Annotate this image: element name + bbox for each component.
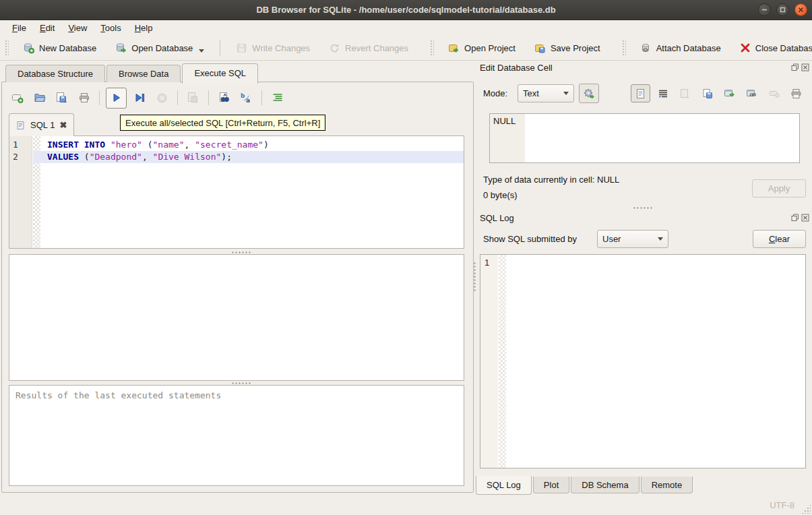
- database-close-icon: [740, 42, 751, 53]
- auto-apply-button[interactable]: [579, 84, 599, 103]
- main-toolbar: New Database Open Database: [0, 36, 812, 61]
- print-icon: [790, 88, 802, 99]
- write-changes-button: Write Changes: [230, 39, 316, 57]
- window-title: DB Browser for SQLite - /home/user/code/…: [256, 5, 555, 15]
- toolbar-button-label: Revert Changes: [345, 43, 408, 53]
- find-button[interactable]: [215, 89, 233, 107]
- new-sql-tab-button[interactable]: [8, 89, 26, 107]
- text-mode-button[interactable]: [631, 84, 650, 102]
- sql-tab-sql1[interactable]: SQL 1 ✖: [9, 113, 74, 136]
- log-filter-dropdown[interactable]: User: [597, 230, 668, 248]
- apply-button-label: Apply: [768, 183, 790, 193]
- results-grid-pane[interactable]: [9, 254, 464, 381]
- word-wrap-button[interactable]: [653, 84, 673, 102]
- cell-editor-box[interactable]: NULL: [489, 113, 800, 163]
- open-in-external-button[interactable]: [720, 84, 739, 102]
- menu-tools[interactable]: Tools: [94, 22, 127, 34]
- toolbar-button-label: Close Database: [755, 43, 812, 53]
- tooltip-text: Execute all/selected SQL [Ctrl+Return, F…: [125, 118, 320, 128]
- dock-tab-remote[interactable]: Remote: [641, 477, 693, 493]
- close-database-button[interactable]: Close Database: [734, 39, 812, 57]
- float-panel-icon[interactable]: [791, 63, 799, 71]
- minimize-icon: [761, 7, 768, 13]
- svg-text:a: a: [246, 97, 250, 104]
- tab-label: Remote: [652, 480, 683, 490]
- open-sql-file-button[interactable]: [30, 89, 49, 107]
- export-data-button[interactable]: [697, 84, 717, 102]
- float-panel-icon[interactable]: [791, 214, 799, 222]
- tab-label: Database Structure: [18, 69, 93, 79]
- print-cell-button[interactable]: [786, 84, 806, 102]
- print-sql-button[interactable]: [75, 89, 93, 107]
- database-new-icon: [23, 42, 34, 54]
- open-database-button[interactable]: Open Database: [109, 39, 210, 57]
- menubar: File Edit View Tools Help: [0, 20, 812, 36]
- log-line-gutter: 1: [480, 255, 498, 468]
- save-as-icon: [702, 88, 713, 99]
- save-project-button[interactable]: Save Project: [528, 39, 606, 57]
- mode-label: Mode:: [483, 88, 507, 98]
- null-field-icon: [769, 90, 780, 98]
- results-message-pane[interactable]: Results of the last executed statements: [9, 385, 464, 486]
- dock-tab-db-schema[interactable]: DB Schema: [571, 477, 639, 493]
- menu-help[interactable]: Help: [128, 22, 160, 34]
- tab-execute-sql[interactable]: Execute SQL: [182, 63, 258, 84]
- toolbar-drag-handle[interactable]: [430, 40, 434, 56]
- toolbar-separator: [177, 90, 178, 105]
- indent-lines-icon: [658, 89, 668, 98]
- attach-database-button[interactable]: Attach Database: [634, 39, 727, 57]
- link-data-button[interactable]: [742, 84, 761, 102]
- toolbar-button-label: New Database: [39, 43, 96, 53]
- toolbar-drag-handle[interactable]: [5, 40, 9, 56]
- log-filter-value: User: [602, 234, 621, 244]
- splitter-handle[interactable]: [633, 206, 653, 210]
- maximize-icon: [780, 7, 786, 13]
- sql-keyword: VALUES: [47, 152, 79, 162]
- sql-log-view[interactable]: 1: [480, 254, 806, 468]
- dock-tab-plot[interactable]: Plot: [533, 477, 569, 493]
- tab-browse-data[interactable]: Browse Data: [106, 65, 181, 82]
- new-database-button[interactable]: New Database: [17, 39, 102, 57]
- tab-database-structure[interactable]: Database Structure: [5, 65, 105, 82]
- clear-log-button[interactable]: Clear: [753, 230, 806, 248]
- sql-text: ,: [185, 140, 195, 150]
- database-attach-icon: [640, 42, 652, 54]
- format-sql-button[interactable]: [268, 89, 286, 107]
- tab-close-icon[interactable]: ✖: [59, 120, 67, 130]
- menu-view[interactable]: View: [61, 22, 94, 34]
- dock-tab-sql-log[interactable]: SQL Log: [476, 476, 532, 495]
- toolbar-separator: [261, 90, 262, 105]
- mode-dropdown[interactable]: Text: [518, 84, 574, 102]
- print-icon: [78, 92, 90, 104]
- minimize-button[interactable]: [758, 3, 771, 16]
- find-replace-button[interactable]: b a: [237, 89, 255, 107]
- execute-line-button[interactable]: [131, 89, 149, 107]
- toolbar-separator: [208, 90, 209, 105]
- code-area: INSERT INTO "hero" ("name", "secret_name…: [33, 139, 464, 163]
- resize-grip[interactable]: [801, 504, 811, 514]
- encoding-indicator: UTF-8: [770, 500, 794, 510]
- close-button[interactable]: [794, 3, 807, 16]
- sql-code-editor[interactable]: 1 2 INSERT INTO "hero" ("name", "secret_…: [9, 135, 464, 249]
- toolbar-drag-handle[interactable]: [622, 40, 626, 56]
- save-sql-file-button[interactable]: [53, 89, 71, 107]
- menu-file[interactable]: File: [5, 22, 33, 34]
- play-to-line-icon: [134, 92, 146, 103]
- close-icon: [798, 7, 804, 13]
- execute-all-button[interactable]: [106, 88, 127, 109]
- chevron-down-icon: [563, 92, 569, 95]
- main-tab-bar: Database Structure Browse Data Execute S…: [5, 63, 259, 82]
- open-project-button[interactable]: Open Project: [442, 39, 522, 57]
- menu-edit[interactable]: Edit: [33, 22, 61, 34]
- close-panel-icon[interactable]: [801, 214, 809, 222]
- close-panel-icon[interactable]: [801, 63, 809, 71]
- app-window: DB Browser for SQLite - /home/user/code/…: [0, 0, 812, 515]
- line-number-gutter: 1 2: [9, 136, 32, 248]
- save-results-button: [184, 89, 202, 107]
- line-number: 2: [9, 151, 32, 163]
- stop-execution-button: [153, 89, 171, 107]
- dock-tab-bar: SQL Log Plot DB Schema Remote: [476, 477, 694, 495]
- maximize-button[interactable]: [776, 3, 789, 16]
- set-null-button: [764, 84, 784, 102]
- gear-arrow-icon: [583, 88, 595, 100]
